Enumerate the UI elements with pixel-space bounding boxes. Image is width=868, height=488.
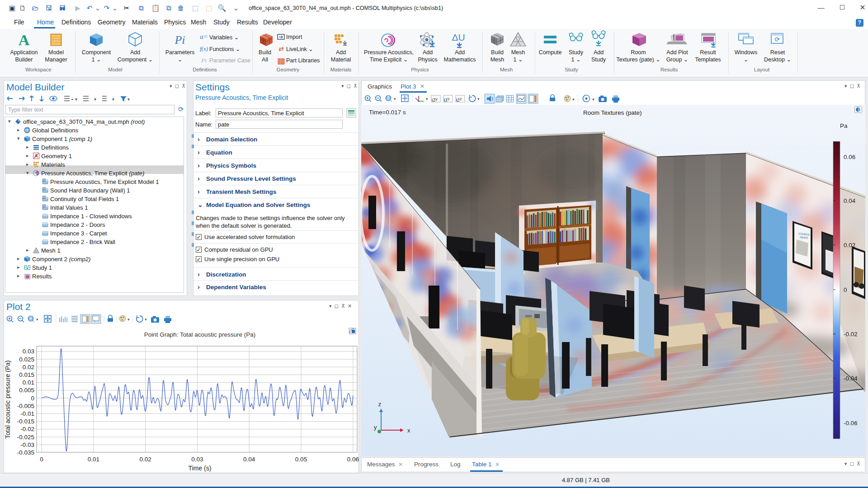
svg-text:A: A [19,32,30,48]
svg-text:-0.01: -0.01 [20,410,34,417]
svg-text:-0.025: -0.025 [17,434,34,441]
svg-text:yz: yz [446,97,450,101]
svg-text:0.04: 0.04 [243,456,255,463]
svg-text:0.02: 0.02 [139,456,151,463]
svg-text:0.01: 0.01 [88,456,99,463]
svg-text:-0.03: -0.03 [20,441,34,448]
svg-text:-0.04: -0.04 [844,375,858,382]
svg-text:z: z [378,401,382,408]
svg-text:▾: ▾ [94,97,96,102]
svg-text:0.03: 0.03 [191,456,203,463]
svg-text:Total acoustic pressure (Pa): Total acoustic pressure (Pa) [4,360,11,439]
svg-text:0: 0 [844,286,847,293]
svg-text:x: x [407,427,410,434]
svg-text:▾: ▾ [127,97,130,102]
svg-text:-0.035: -0.035 [17,449,34,456]
svg-text:D: D [43,205,45,207]
svg-text:▾: ▾ [426,97,428,101]
svg-text:ΔU: ΔU [452,32,465,42]
svg-text:0.03: 0.03 [23,348,34,355]
svg-text:0.06: 0.06 [844,154,855,160]
svg-text:-0.02: -0.02 [844,331,858,338]
svg-text:0.01: 0.01 [23,379,34,386]
svg-text:0.025: 0.025 [19,356,34,363]
svg-text:0.015: 0.015 [19,371,34,378]
svg-text:D: D [43,179,45,182]
svg-text:▾: ▾ [75,97,77,102]
svg-text:0.04: 0.04 [844,197,856,204]
svg-text:Pa: Pa [840,122,848,129]
svg-text:▾: ▾ [112,97,114,102]
svg-text:0.02: 0.02 [844,242,855,249]
svg-text:▾: ▾ [572,97,575,102]
svg-text:0.005: 0.005 [19,387,34,394]
svg-text:0: 0 [31,395,34,402]
svg-text:0.06: 0.06 [347,456,359,463]
svg-text:-0.005: -0.005 [17,403,34,409]
svg-text:Pi: Pi [201,57,207,64]
svg-text:xy: xy [434,97,438,101]
svg-text:0: 0 [40,456,43,463]
svg-text:⟳: ⟳ [774,36,780,43]
svg-text:-0.06: -0.06 [844,420,858,427]
svg-text:D: D [43,188,45,190]
svg-text:-0.015: -0.015 [17,418,34,425]
svg-text:a=: a= [200,33,208,40]
svg-text:Point Graph: Total acoustic pr: Point Graph: Total acoustic pressure (Pa… [144,331,256,338]
svg-text:▾: ▾ [394,97,396,101]
svg-text:D: D [43,196,45,199]
svg-text:f(x): f(x) [200,45,208,52]
svg-text:▾: ▾ [477,97,480,101]
svg-text:▾: ▾ [592,97,594,102]
svg-text:Pi: Pi [174,33,185,47]
svg-text:Time (s): Time (s) [189,465,212,472]
svg-text:y: y [374,424,377,431]
svg-text:0.02: 0.02 [23,364,34,371]
svg-text:-0.02: -0.02 [20,426,34,432]
svg-text:⇄: ⇄ [278,45,284,52]
svg-text:xz: xz [458,97,462,101]
svg-text:0.05: 0.05 [295,456,307,463]
